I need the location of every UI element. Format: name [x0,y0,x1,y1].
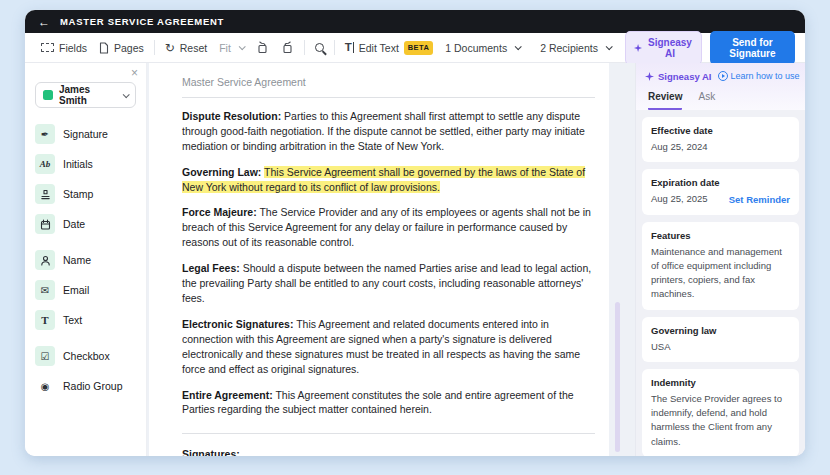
sidebar-item-label: Checkbox [63,350,110,362]
clause-label: Legal Fees: [182,262,240,274]
card-expiration-date: Expiration date Aug 25, 2025 Set Reminde… [642,169,799,214]
checkbox-icon: ☑ [35,346,55,366]
sidebar-item-label: Radio Group [63,380,123,392]
reset-label: Reset [180,42,207,54]
fit-dropdown[interactable]: Fit [213,42,250,54]
app-window: ← MASTER SERVICE AGREEMENT Fields Pages … [25,10,805,456]
card-value: USA [651,340,790,354]
rotate-right-button[interactable] [275,41,300,54]
edit-text-icon: T [345,42,354,54]
chevron-down-icon [606,43,613,50]
learn-how-to-use-link[interactable]: Learn how to use [718,71,800,81]
email-icon: ✉ [35,280,55,300]
recipients-count: 2 Recipients [540,42,598,54]
rotate-left-button[interactable] [250,41,275,54]
heading-divider [182,97,595,98]
sidebar-item-stamp[interactable]: Stamp [35,184,136,204]
clause-text: Should a dispute between the named Parti… [182,262,591,304]
recipient-selector[interactable]: James Smith [35,82,136,108]
toolbar-divider [154,40,155,55]
sidebar-item-label: Initials [63,158,93,170]
card-value: Maintenance and management of office equ… [651,245,790,302]
documents-count: 1 Documents [445,42,507,54]
edit-text-button[interactable]: T Edit Text BETA [339,41,440,55]
clause-label: Entire Agreement: [182,389,273,401]
pages-button[interactable]: Pages [93,42,150,54]
toolbar: Fields Pages ↻ Reset Fit T Edit Text B [25,33,805,63]
sidebar-close-icon[interactable]: × [131,67,138,79]
card-title: Governing law [651,325,790,336]
paragraph-governing-law: Governing Law: This Service Agreement sh… [182,165,595,195]
ai-panel-brand-label: Signeasy AI [658,71,712,82]
sidebar-item-signature[interactable]: ✒ Signature [35,124,136,144]
recipients-dropdown[interactable]: 2 Recipients [534,42,617,54]
sidebar-item-email[interactable]: ✉ Email [35,280,136,300]
sidebar-item-label: Name [63,254,91,266]
sidebar-item-label: Text [63,314,82,326]
sidebar-item-label: Date [63,218,85,230]
card-value: Aug 25, 2025 [651,192,708,206]
ai-panel-header: Signeasy AI Learn how to use × Review As… [636,63,805,110]
sidebar-item-label: Stamp [63,188,93,200]
ai-review-cards: Effective date Aug 25, 2024 Expiration d… [636,110,805,456]
learn-label: Learn how to use [731,71,800,81]
clause-label: Electronic Signatures: [182,318,293,330]
toolbar-divider [304,40,305,55]
initials-icon: Ab [35,154,55,174]
tab-ask[interactable]: Ask [698,91,715,110]
toolbar-divider [334,40,335,55]
card-title: Effective date [651,125,790,136]
document-heading: Master Service Agreement [182,75,595,90]
sidebar-item-label: Email [63,284,89,296]
recipient-name: James Smith [59,84,117,106]
paragraph-force-majeure: Force Majeure: The Service Provider and … [182,205,595,250]
fields-label: Fields [59,42,87,54]
sidebar-item-date[interactable]: Date [35,214,136,234]
play-icon [718,71,728,81]
radio-group-icon: ◉ [35,376,55,396]
rotate-right-icon [281,41,294,54]
back-arrow-icon[interactable]: ← [38,16,50,28]
sidebar-item-radio-group[interactable]: ◉ Radio Group [35,376,136,396]
reset-button[interactable]: ↻ Reset [159,42,214,54]
paragraph-dispute-resolution: Dispute Resolution: Parties to this Agre… [182,109,595,154]
search-button[interactable] [309,43,330,52]
sidebar-item-text[interactable]: T Text [35,310,136,330]
signature-icon: ✒ [35,124,55,144]
clause-label: Force Majeure: [182,206,257,218]
sidebar-item-name[interactable]: Name [35,250,136,270]
rotate-left-icon [256,41,269,54]
card-title: Indemnity [651,377,790,388]
signeasy-ai-label: Signeasy AI [647,37,693,59]
signeasy-ai-panel: Signeasy AI Learn how to use × Review As… [635,63,805,456]
card-title: Features [651,230,790,241]
document-page[interactable]: Master Service Agreement Dispute Resolut… [149,63,609,456]
send-for-signature-button[interactable]: Send for Signature [710,31,795,65]
card-governing-law: Governing law USA [642,317,799,362]
page-icon [99,42,109,54]
tab-review[interactable]: Review [648,91,682,110]
fields-sidebar: × James Smith ✒ Signature Ab Initials [25,63,147,456]
documents-dropdown[interactable]: 1 Documents [439,42,526,54]
clause-label: Governing Law: [182,166,261,178]
signeasy-ai-button[interactable]: Signeasy AI [625,31,702,65]
fields-button[interactable]: Fields [35,42,93,54]
paragraph-legal-fees: Legal Fees: Should a dispute between the… [182,261,595,306]
text-icon: T [35,310,55,330]
set-reminder-link[interactable]: Set Reminder [729,194,790,205]
document-title: MASTER SERVICE AGREEMENT [60,16,224,27]
card-indemnity: Indemnity The Service Provider agrees to… [642,369,799,456]
recipient-color-swatch [43,90,53,100]
signatures-divider [182,433,595,434]
reset-icon: ↻ [165,42,175,54]
chevron-down-icon [515,43,522,50]
card-features: Features Maintenance and management of o… [642,222,799,310]
paragraph-electronic-signatures: Electronic Signatures: This Agreement an… [182,317,595,377]
card-value: The Service Provider agrees to indemnify… [651,392,790,449]
clause-label: Dispute Resolution: [182,110,281,122]
sidebar-item-initials[interactable]: Ab Initials [35,154,136,174]
canvas-scrollbar[interactable] [615,302,620,452]
sparkle-icon [634,43,642,53]
edit-text-label: Edit Text [359,42,399,54]
sidebar-item-checkbox[interactable]: ☑ Checkbox [35,346,136,366]
